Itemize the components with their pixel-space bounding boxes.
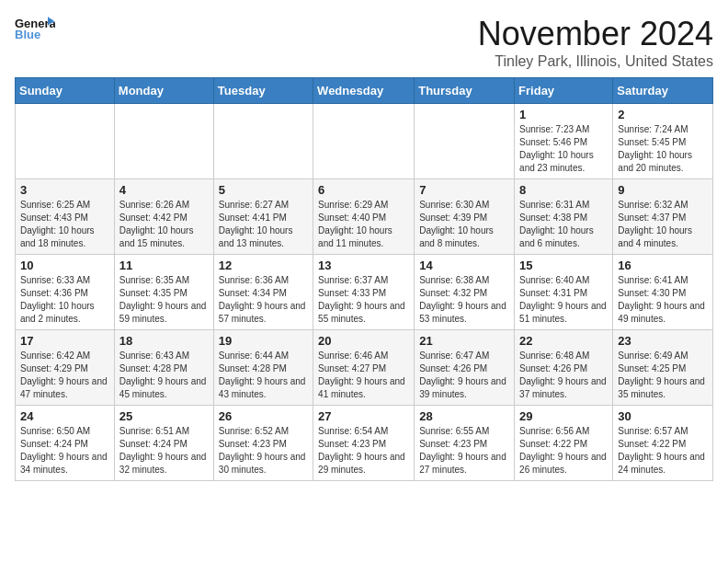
weekday-header-wednesday: Wednesday	[313, 78, 415, 104]
calendar-cell: 13Sunrise: 6:37 AM Sunset: 4:33 PM Dayli…	[313, 255, 415, 330]
weekday-header-row: SundayMondayTuesdayWednesdayThursdayFrid…	[16, 78, 713, 104]
day-info: Sunrise: 7:23 AM Sunset: 5:46 PM Dayligh…	[519, 123, 608, 175]
day-info: Sunrise: 6:30 AM Sunset: 4:39 PM Dayligh…	[419, 199, 509, 250]
day-number: 3	[20, 183, 109, 197]
calendar-week-1: 1Sunrise: 7:23 AM Sunset: 5:46 PM Daylig…	[16, 104, 713, 179]
calendar-cell	[313, 104, 415, 179]
day-number: 11	[119, 259, 209, 272]
calendar-cell: 24Sunrise: 6:50 AM Sunset: 4:24 PM Dayli…	[16, 406, 115, 481]
day-number: 29	[519, 409, 608, 423]
day-info: Sunrise: 6:48 AM Sunset: 4:26 PM Dayligh…	[519, 350, 608, 401]
calendar-cell: 22Sunrise: 6:48 AM Sunset: 4:26 PM Dayli…	[515, 330, 613, 406]
calendar-cell: 6Sunrise: 6:29 AM Sunset: 4:40 PM Daylig…	[313, 179, 415, 255]
svg-text:Blue: Blue	[15, 28, 40, 41]
calendar-table: SundayMondayTuesdayWednesdayThursdayFrid…	[15, 77, 713, 481]
day-number: 17	[20, 334, 109, 348]
calendar-cell: 23Sunrise: 6:49 AM Sunset: 4:25 PM Dayli…	[613, 330, 713, 406]
weekday-header-friday: Friday	[515, 78, 613, 104]
calendar-cell: 15Sunrise: 6:40 AM Sunset: 4:31 PM Dayli…	[515, 255, 613, 330]
day-number: 25	[119, 409, 209, 423]
calendar-cell: 27Sunrise: 6:54 AM Sunset: 4:23 PM Dayli…	[313, 406, 415, 481]
calendar-cell: 9Sunrise: 6:32 AM Sunset: 4:37 PM Daylig…	[613, 179, 713, 255]
day-number: 13	[318, 259, 409, 272]
calendar-cell: 19Sunrise: 6:44 AM Sunset: 4:28 PM Dayli…	[213, 330, 313, 406]
day-number: 10	[20, 259, 109, 272]
day-info: Sunrise: 6:37 AM Sunset: 4:33 PM Dayligh…	[318, 274, 409, 326]
day-number: 19	[219, 334, 308, 348]
calendar-cell: 3Sunrise: 6:25 AM Sunset: 4:43 PM Daylig…	[16, 179, 115, 255]
weekday-header-sunday: Sunday	[16, 78, 115, 104]
day-number: 30	[618, 409, 708, 423]
day-info: Sunrise: 6:35 AM Sunset: 4:35 PM Dayligh…	[119, 274, 209, 326]
day-info: Sunrise: 6:33 AM Sunset: 4:36 PM Dayligh…	[20, 274, 109, 326]
day-number: 5	[219, 183, 308, 197]
day-info: Sunrise: 6:42 AM Sunset: 4:29 PM Dayligh…	[20, 350, 109, 401]
day-info: Sunrise: 6:29 AM Sunset: 4:40 PM Dayligh…	[318, 199, 409, 250]
calendar-cell: 16Sunrise: 6:41 AM Sunset: 4:30 PM Dayli…	[613, 255, 713, 330]
day-info: Sunrise: 6:25 AM Sunset: 4:43 PM Dayligh…	[20, 199, 109, 250]
day-info: Sunrise: 6:49 AM Sunset: 4:25 PM Dayligh…	[618, 350, 708, 401]
day-info: Sunrise: 6:44 AM Sunset: 4:28 PM Dayligh…	[219, 350, 308, 401]
calendar-cell: 7Sunrise: 6:30 AM Sunset: 4:39 PM Daylig…	[415, 179, 515, 255]
day-number: 23	[618, 334, 708, 348]
calendar-cell: 30Sunrise: 6:57 AM Sunset: 4:22 PM Dayli…	[613, 406, 713, 481]
calendar-cell: 20Sunrise: 6:46 AM Sunset: 4:27 PM Dayli…	[313, 330, 415, 406]
day-info: Sunrise: 6:32 AM Sunset: 4:37 PM Dayligh…	[618, 199, 708, 250]
day-number: 4	[119, 183, 209, 197]
calendar-week-4: 17Sunrise: 6:42 AM Sunset: 4:29 PM Dayli…	[16, 330, 713, 406]
calendar-title: November 2024	[478, 15, 713, 53]
day-number: 9	[618, 183, 708, 197]
calendar-cell: 17Sunrise: 6:42 AM Sunset: 4:29 PM Dayli…	[16, 330, 115, 406]
day-info: Sunrise: 6:46 AM Sunset: 4:27 PM Dayligh…	[318, 350, 409, 401]
day-number: 28	[419, 409, 509, 423]
calendar-week-5: 24Sunrise: 6:50 AM Sunset: 4:24 PM Dayli…	[16, 406, 713, 481]
calendar-cell: 2Sunrise: 7:24 AM Sunset: 5:45 PM Daylig…	[613, 104, 713, 179]
calendar-cell	[415, 104, 515, 179]
day-info: Sunrise: 6:54 AM Sunset: 4:23 PM Dayligh…	[318, 425, 409, 477]
weekday-header-saturday: Saturday	[613, 78, 713, 104]
calendar-cell: 8Sunrise: 6:31 AM Sunset: 4:38 PM Daylig…	[515, 179, 613, 255]
calendar-cell: 4Sunrise: 6:26 AM Sunset: 4:42 PM Daylig…	[114, 179, 213, 255]
calendar-cell	[114, 104, 213, 179]
calendar-subtitle: Tinley Park, Illinois, United States	[478, 53, 713, 70]
calendar-cell: 14Sunrise: 6:38 AM Sunset: 4:32 PM Dayli…	[415, 255, 515, 330]
day-info: Sunrise: 6:56 AM Sunset: 4:22 PM Dayligh…	[519, 425, 608, 477]
calendar-cell: 18Sunrise: 6:43 AM Sunset: 4:28 PM Dayli…	[114, 330, 213, 406]
day-number: 26	[219, 409, 308, 423]
calendar-cell	[16, 104, 115, 179]
day-info: Sunrise: 6:47 AM Sunset: 4:26 PM Dayligh…	[419, 350, 509, 401]
weekday-header-tuesday: Tuesday	[213, 78, 313, 104]
day-number: 15	[519, 259, 608, 272]
calendar-cell: 11Sunrise: 6:35 AM Sunset: 4:35 PM Dayli…	[114, 255, 213, 330]
calendar-cell: 5Sunrise: 6:27 AM Sunset: 4:41 PM Daylig…	[213, 179, 313, 255]
calendar-body: 1Sunrise: 7:23 AM Sunset: 5:46 PM Daylig…	[16, 104, 713, 481]
weekday-header-monday: Monday	[114, 78, 213, 104]
day-info: Sunrise: 6:31 AM Sunset: 4:38 PM Dayligh…	[519, 199, 608, 250]
calendar-cell: 28Sunrise: 6:55 AM Sunset: 4:23 PM Dayli…	[415, 406, 515, 481]
day-info: Sunrise: 6:41 AM Sunset: 4:30 PM Dayligh…	[618, 274, 708, 326]
day-number: 16	[618, 259, 708, 272]
day-number: 1	[519, 108, 608, 121]
day-info: Sunrise: 6:57 AM Sunset: 4:22 PM Dayligh…	[618, 425, 708, 477]
day-number: 22	[519, 334, 608, 348]
day-number: 14	[419, 259, 509, 272]
day-info: Sunrise: 6:52 AM Sunset: 4:23 PM Dayligh…	[219, 425, 308, 477]
day-number: 24	[20, 409, 109, 423]
calendar-cell	[213, 104, 313, 179]
day-info: Sunrise: 6:26 AM Sunset: 4:42 PM Dayligh…	[119, 199, 209, 250]
day-info: Sunrise: 7:24 AM Sunset: 5:45 PM Dayligh…	[618, 123, 708, 175]
calendar-cell: 26Sunrise: 6:52 AM Sunset: 4:23 PM Dayli…	[213, 406, 313, 481]
calendar-week-3: 10Sunrise: 6:33 AM Sunset: 4:36 PM Dayli…	[16, 255, 713, 330]
day-number: 7	[419, 183, 509, 197]
day-info: Sunrise: 6:38 AM Sunset: 4:32 PM Dayligh…	[419, 274, 509, 326]
calendar-header: SundayMondayTuesdayWednesdayThursdayFrid…	[16, 78, 713, 104]
day-number: 21	[419, 334, 509, 348]
title-block: November 2024 Tinley Park, Illinois, Uni…	[478, 15, 713, 70]
calendar-cell: 21Sunrise: 6:47 AM Sunset: 4:26 PM Dayli…	[415, 330, 515, 406]
day-number: 6	[318, 183, 409, 197]
day-info: Sunrise: 6:36 AM Sunset: 4:34 PM Dayligh…	[219, 274, 308, 326]
day-info: Sunrise: 6:27 AM Sunset: 4:41 PM Dayligh…	[219, 199, 308, 250]
calendar-cell: 10Sunrise: 6:33 AM Sunset: 4:36 PM Dayli…	[16, 255, 115, 330]
day-info: Sunrise: 6:55 AM Sunset: 4:23 PM Dayligh…	[419, 425, 509, 477]
calendar-cell: 25Sunrise: 6:51 AM Sunset: 4:24 PM Dayli…	[114, 406, 213, 481]
